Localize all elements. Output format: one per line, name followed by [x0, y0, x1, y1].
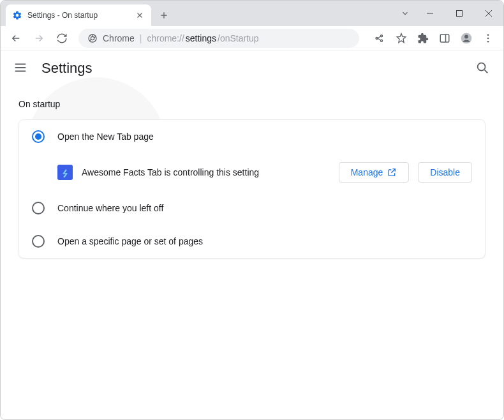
bookmark-button[interactable] — [391, 28, 411, 49]
radio-label: Continue where you left off — [57, 203, 163, 213]
search-icon[interactable] — [475, 61, 491, 76]
gear-icon — [12, 10, 22, 20]
radio-option-continue[interactable]: Continue where you left off — [19, 191, 485, 225]
radio-icon[interactable] — [32, 202, 45, 214]
open-external-icon — [387, 167, 397, 177]
new-tab-button[interactable] — [155, 6, 173, 24]
extension-icon — [57, 165, 73, 180]
back-button[interactable] — [6, 28, 26, 49]
close-tab-icon[interactable] — [135, 10, 145, 20]
radio-label: Open a specific page or set of pages — [57, 236, 203, 246]
svg-point-5 — [381, 40, 383, 41]
svg-point-4 — [381, 34, 383, 36]
svg-point-11 — [487, 40, 489, 42]
browser-tab[interactable]: Settings - On startup — [6, 4, 151, 26]
svg-point-8 — [464, 34, 468, 38]
omnibox-text: Chrome | chrome://settings/onStartup — [103, 33, 259, 43]
radio-option-specific-page[interactable]: Open a specific page or set of pages — [19, 225, 485, 258]
menu-button[interactable] — [478, 28, 498, 49]
hamburger-icon[interactable] — [13, 61, 29, 76]
disable-button[interactable]: Disable — [418, 162, 472, 183]
profile-button[interactable] — [456, 28, 477, 49]
page-content: Settings On startup Open the New Tab pag… — [1, 50, 503, 271]
radio-option-new-tab[interactable]: Open the New Tab page — [19, 120, 485, 153]
window-title-bar: Settings - On startup — [1, 1, 503, 26]
radio-icon[interactable] — [32, 130, 45, 143]
maximize-button[interactable] — [445, 1, 474, 26]
tab-title: Settings - On startup — [27, 11, 130, 20]
tab-search-button[interactable] — [395, 9, 415, 18]
page-header: Settings — [1, 50, 503, 86]
manage-button[interactable]: Manage — [339, 162, 410, 183]
section-title: On startup — [19, 99, 485, 109]
chrome-icon — [87, 33, 98, 43]
side-panel-button[interactable] — [434, 28, 455, 49]
svg-point-12 — [478, 63, 485, 71]
extensions-button[interactable] — [413, 28, 433, 49]
svg-point-10 — [487, 37, 489, 39]
toolbar: Chrome | chrome://settings/onStartup — [1, 26, 503, 50]
startup-card: Open the New Tab page Awesome Facts Tab … — [19, 119, 485, 259]
svg-rect-6 — [440, 34, 449, 42]
address-bar[interactable]: Chrome | chrome://settings/onStartup — [78, 29, 359, 48]
page-title: Settings — [41, 60, 93, 77]
minimize-button[interactable] — [415, 1, 445, 26]
forward-button[interactable] — [29, 28, 49, 49]
radio-icon[interactable] — [32, 235, 45, 248]
controlled-text: Awesome Facts Tab is controlling this se… — [82, 167, 330, 177]
radio-label: Open the New Tab page — [57, 131, 154, 142]
svg-point-9 — [487, 34, 489, 36]
reload-button[interactable] — [52, 28, 72, 49]
close-window-button[interactable] — [474, 1, 503, 26]
controlled-by-extension-row: Awesome Facts Tab is controlling this se… — [19, 153, 485, 191]
svg-rect-0 — [457, 11, 463, 17]
share-button[interactable] — [369, 28, 390, 49]
